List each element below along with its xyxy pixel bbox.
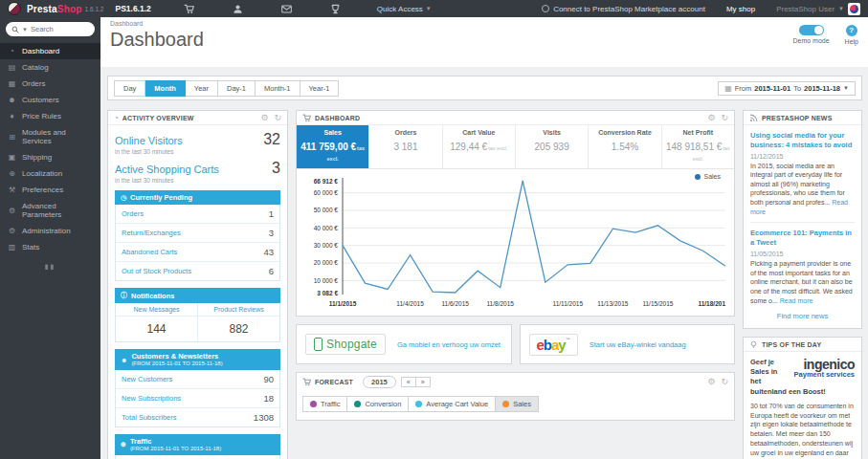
total-subscribers-row[interactable]: Total Subscribers1308 [116, 408, 279, 426]
forecast-legend-sales[interactable]: Sales [496, 396, 539, 412]
filter-day-1-button[interactable]: Day-1 [218, 80, 256, 97]
new-messages-link[interactable]: New Messages [116, 303, 197, 317]
forecast-panel: FORECAST 2015 «» ⚙↻ Traffic Conversion A… [296, 372, 735, 421]
ebay-logo[interactable]: ebay™ [529, 334, 578, 356]
online-visitors-caption: in the last 30 minutes [115, 148, 280, 155]
quick-access-menu[interactable]: Quick Access▼ [377, 5, 432, 13]
sidebar-item-preferences[interactable]: ⚒Preferences [0, 182, 100, 198]
bar-chart-icon: ▥ [8, 243, 16, 251]
google-analytics-link[interactable]: Link to your Google Analytics account [115, 455, 280, 459]
tips-panel-title: TIPS OF THE DAY [762, 341, 821, 348]
ingenico-logo: ingenico Payment services [782, 358, 855, 379]
sidebar-item-dashboard[interactable]: ◔Dashboard [0, 43, 100, 59]
breadcrumb[interactable]: Dashboard [110, 20, 204, 27]
customers-newsletters-header: ☻Customers & Newsletters(FROM 2015-11-01… [115, 349, 280, 370]
filter-year-1-button[interactable]: Year-1 [300, 80, 340, 97]
my-shop-link[interactable]: My shop [726, 5, 755, 13]
phone-icon [314, 338, 323, 351]
forecast-prev-button[interactable]: « [401, 377, 416, 387]
tab-cart-value[interactable]: Cart Value129,44 €tax excl. [443, 125, 516, 168]
shopgate-link[interactable]: Ga mobiel en verhoog uw omzet [397, 340, 501, 349]
news-headline[interactable]: Using social media for your business: 4 … [750, 131, 855, 150]
forecast-year[interactable]: 2015 [363, 376, 396, 388]
filter-month-1-button[interactable]: Month-1 [256, 80, 300, 97]
svg-text:50 000 €: 50 000 € [314, 207, 339, 213]
sidebar-item-localization[interactable]: ⊕Localization [0, 165, 100, 182]
svg-text:3 082 €: 3 082 € [317, 290, 338, 296]
pending-row-returns[interactable]: Return/Exchanges3 [116, 224, 279, 243]
page-title: Dashboard [110, 29, 204, 51]
chart-legend[interactable]: Sales [695, 173, 721, 180]
sidebar-item-orders[interactable]: ▦Orders [0, 76, 100, 92]
tab-orders[interactable]: Orders3 181 [369, 125, 442, 168]
pending-row-orders[interactable]: Orders1 [116, 205, 279, 224]
sidebar: ▼ ◔Dashboard ▤Catalog ▦Orders ☻Customers… [0, 17, 100, 459]
refresh-icon[interactable]: ↻ [274, 114, 281, 122]
forecast-legend: Traffic Conversion Average Cart Value Sa… [297, 390, 734, 420]
online-visitors-link[interactable]: Online Visitors [115, 135, 183, 146]
book-icon: ▤ [8, 63, 16, 72]
average-cart-value-dot-icon [415, 401, 422, 407]
cart-icon[interactable] [184, 4, 194, 14]
search-scope-caret[interactable]: ▼ [22, 27, 28, 33]
sidebar-search[interactable]: ▼ [6, 22, 95, 36]
tab-visits[interactable]: Visits205 939 [516, 125, 589, 168]
demo-mode-toggle[interactable] [799, 25, 824, 35]
filter-year-button[interactable]: Year [186, 80, 218, 97]
forecast-next-button[interactable]: » [416, 377, 431, 387]
wrench-icon: ⚒ [8, 186, 16, 194]
cart-icon [302, 378, 311, 386]
filter-day-button[interactable]: Day [114, 80, 145, 97]
main: Dashboard Dashboard Demo mode ?Help Day … [100, 17, 868, 459]
read-more-link[interactable]: Read more [780, 297, 813, 304]
tab-conversion-rate[interactable]: Conversion Rate1.54% [589, 125, 661, 168]
user-icon: ☻ [121, 357, 127, 363]
calendar-icon: ▦ [724, 84, 732, 93]
product-reviews-link[interactable]: Product Reviews [198, 303, 279, 317]
shopgate-logo[interactable]: Shopgate [305, 334, 386, 355]
credit-card-icon: ▦ [8, 79, 16, 88]
version-label: 1.6.1.2 [85, 6, 104, 12]
search-icon [11, 26, 19, 33]
pending-row-abandoned-carts[interactable]: Abandoned Carts43 [116, 243, 279, 262]
sidebar-item-modules[interactable]: ⊞Modules and Services [0, 124, 100, 149]
sidebar-item-stats[interactable]: ▥Stats [0, 239, 100, 255]
sidebar-item-shipping[interactable]: ▣Shipping [0, 149, 100, 165]
pending-row-out-of-stock[interactable]: Out of Stock Products6 [116, 262, 279, 280]
find-more-news-link[interactable]: Find more news [750, 305, 855, 322]
gear-icon[interactable]: ⚙ [260, 114, 268, 122]
brand: PrestaShop [27, 4, 82, 14]
sidebar-item-administration[interactable]: ⚙Administration [0, 223, 100, 239]
new-subscriptions-row[interactable]: New Subscriptions18 [116, 389, 279, 408]
sidebar-item-price-rules[interactable]: ♦Price Rules [0, 108, 100, 124]
date-range-picker[interactable]: ▦ From2015-11-01 To2015-11-18 ▼ [718, 81, 856, 96]
ebay-link[interactable]: Start uw eBay-winkel vandaag [590, 340, 686, 349]
messages-icon[interactable] [281, 4, 292, 14]
refresh-icon[interactable]: ↻ [721, 114, 728, 122]
help-icon[interactable]: ? [846, 25, 857, 36]
gear-icon[interactable]: ⚙ [707, 114, 715, 122]
gear-icon[interactable]: ⚙ [707, 378, 715, 386]
active-carts-link[interactable]: Active Shopping Carts [115, 164, 219, 175]
forecast-legend-average-cart-value[interactable]: Average Cart Value [409, 396, 496, 412]
trophy-icon[interactable] [330, 4, 341, 14]
sidebar-collapse-button[interactable]: ▮▮ [0, 263, 100, 271]
forecast-legend-conversion[interactable]: Conversion [347, 396, 409, 412]
sidebar-item-customers[interactable]: ☻Customers [0, 92, 100, 108]
refresh-icon[interactable]: ↻ [721, 378, 728, 386]
conversion-dot-icon [354, 401, 361, 407]
news-headline[interactable]: Ecommerce 101: Payments in a Tweet [750, 229, 855, 248]
cart-icon [302, 114, 311, 122]
user-menu[interactable]: PrestaShop User▼ [776, 3, 860, 15]
dashboard-panel: DASHBOARD ⚙↻ Sales411 759,00 €tax excl. … [296, 110, 735, 317]
forecast-legend-traffic[interactable]: Traffic [302, 396, 347, 412]
marketplace-link[interactable]: Connect to PrestaShop Marketplace accoun… [542, 5, 705, 13]
tab-sales[interactable]: Sales411 759,00 €tax excl. [297, 125, 369, 168]
sidebar-item-catalog[interactable]: ▤Catalog [0, 59, 100, 76]
filter-month-button[interactable]: Month [145, 80, 186, 97]
sidebar-item-advanced-parameters[interactable]: ⚙Advanced Parameters [0, 198, 100, 223]
search-input[interactable] [31, 25, 83, 33]
new-customers-row[interactable]: New Customers90 [116, 370, 279, 389]
tab-net-profit[interactable]: Net Profit148 918,51 €tax excl. [662, 125, 734, 168]
customers-icon[interactable] [233, 4, 243, 14]
